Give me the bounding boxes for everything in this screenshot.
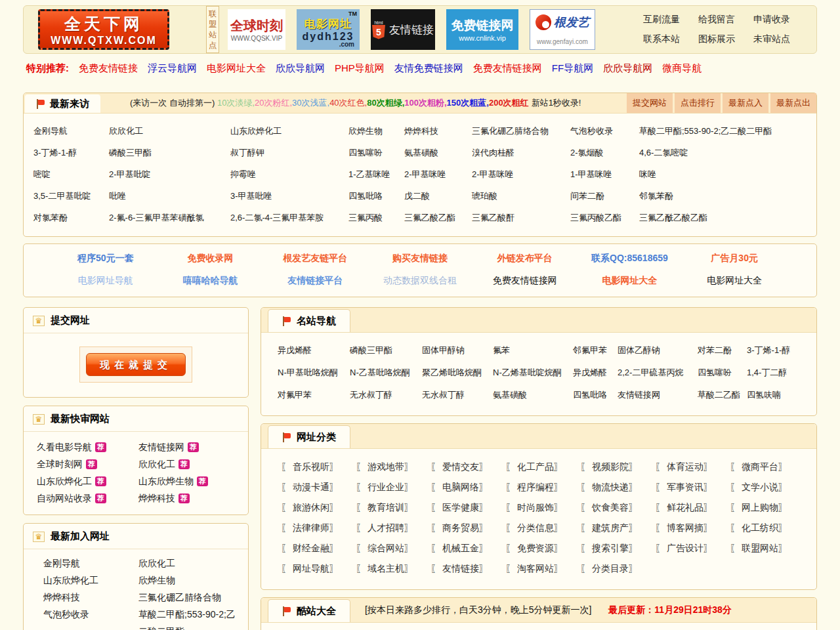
visitor-link[interactable]: 三氟丙酸 — [348, 212, 404, 224]
site-link[interactable]: 2,2-二甲硫基丙烷 — [618, 367, 698, 379]
ad-link[interactable]: 电影网址大全 — [578, 275, 682, 287]
site-link[interactable]: 气泡秒收录 — [43, 606, 138, 630]
ad-link[interactable]: 免费收录网 — [158, 253, 263, 264]
category-link[interactable]: 〖 人才招聘〗 — [356, 518, 430, 538]
category-link[interactable]: 〖 网上购物〗 — [730, 497, 805, 518]
site-link[interactable]: 氟苯 — [493, 345, 573, 356]
site-link[interactable]: 草酸二乙酯 — [698, 389, 747, 401]
visitor-link[interactable]: 氨基磺酸 — [404, 147, 472, 159]
recommend-link[interactable]: 欣欣导航网 — [603, 62, 652, 75]
nav-traffic-exchange[interactable]: 互刷流量 — [643, 14, 680, 26]
category-link[interactable]: 〖 鲜花礼品〗 — [655, 497, 730, 518]
category-link[interactable]: 〖 旅游休闲〗 — [281, 497, 356, 518]
recommend-link[interactable]: 微商导航 — [662, 62, 702, 75]
site-link[interactable]: 草酸二甲酯;553-90-2;乙二酸二甲酯 — [138, 606, 243, 630]
click-ranking-button[interactable]: 点击排行 — [675, 93, 721, 113]
site-link[interactable]: 友情链接网 — [138, 442, 184, 452]
ad-link[interactable]: 根发艺友链平台 — [262, 253, 368, 264]
nav-contact-site[interactable]: 联系本站 — [643, 33, 680, 45]
visitor-link[interactable]: 四氢噻吩 — [348, 147, 404, 159]
ad-link[interactable]: 购买友情链接 — [368, 253, 472, 264]
banner-html5[interactable]: html 5 友情链接 — [371, 9, 435, 50]
site-link[interactable]: N-乙烯基吡啶烷酮 — [493, 367, 573, 379]
visitor-link[interactable]: 2-氯烟酸 — [570, 147, 639, 159]
banner-qqsk[interactable]: 全球时刻 WWW.QQSK.VIP — [228, 9, 285, 50]
visitor-link[interactable]: 间苯二酚 — [570, 190, 639, 202]
site-link[interactable]: 磷酸三甲酯 — [350, 345, 422, 356]
visitor-link[interactable]: 3-丁烯-1-醇 — [33, 147, 109, 159]
site-link[interactable]: 聚乙烯吡咯烷酮 — [422, 367, 493, 379]
category-link[interactable]: 〖 网址导航〗 — [281, 558, 356, 579]
category-link[interactable]: 〖 法律律师〗 — [281, 518, 356, 538]
site-link[interactable]: 山东欣烨化工 — [43, 572, 138, 589]
visitor-link[interactable]: 2-甲基咪唑 — [472, 169, 570, 180]
category-link[interactable]: 〖 行业企业〗 — [356, 477, 430, 497]
category-link[interactable]: 〖 淘客网站〗 — [505, 558, 580, 579]
category-link[interactable]: 〖 体育运动〗 — [655, 457, 730, 477]
ad-link[interactable]: 程序50元一套 — [53, 253, 158, 264]
visitor-link[interactable]: 戊二酸 — [404, 190, 472, 202]
site-link[interactable]: 1,4-丁二醇 — [747, 367, 816, 379]
ad-link[interactable]: 电影网址导航 — [53, 275, 158, 287]
site-link[interactable]: 异戊烯醛 — [573, 367, 618, 379]
recommend-link[interactable]: FF导航网 — [552, 62, 593, 75]
visitor-link[interactable]: 对氯苯酚 — [33, 212, 109, 224]
site-link[interactable]: 对氟甲苯 — [278, 389, 350, 401]
recommend-link[interactable]: 友情免费链接网 — [394, 62, 463, 75]
category-link[interactable]: 〖 建筑房产〗 — [580, 518, 655, 538]
visitor-link[interactable]: 咪唑 — [639, 169, 816, 180]
category-link[interactable]: 〖 联盟网站〗 — [730, 538, 805, 558]
banner-genfayi[interactable]: 根发艺 www.genfayi.com — [530, 9, 595, 50]
visitor-link[interactable]: 烨烨科技 — [404, 125, 472, 137]
visitor-link[interactable]: 琥珀酸 — [472, 190, 570, 202]
visitor-link[interactable]: 邻氯苯酚 — [639, 190, 816, 202]
visitor-link[interactable]: 叔丁醇钾 — [230, 147, 348, 159]
category-link[interactable]: 〖 军事资讯〗 — [655, 477, 730, 497]
ad-link[interactable]: 免费友情链接网 — [472, 275, 578, 287]
visitor-link[interactable]: 2-甲基咪唑 — [404, 169, 472, 180]
site-link[interactable]: 山东欣烨化工 — [37, 476, 92, 486]
category-link[interactable]: 〖 文学小说〗 — [730, 477, 805, 497]
visitor-link[interactable]: 四氢吡咯 — [348, 190, 404, 202]
site-link[interactable]: 自动网站收录 — [37, 493, 92, 503]
category-link[interactable]: 〖 免费资源〗 — [505, 538, 580, 558]
site-link[interactable]: 异戊烯醛 — [278, 345, 350, 356]
category-link[interactable]: 〖 微商平台〗 — [730, 457, 805, 477]
site-link[interactable]: 四氢呋喃 — [747, 389, 816, 401]
site-link[interactable]: 无水叔丁醇 — [422, 389, 493, 401]
category-link[interactable]: 〖 博客网摘〗 — [655, 518, 730, 538]
site-link[interactable]: 烨烨科技 — [43, 589, 138, 606]
recommend-link[interactable]: 欣欣导航网 — [276, 62, 325, 75]
category-link[interactable]: 〖 程序编程〗 — [505, 477, 580, 497]
site-link[interactable]: 友情链接网 — [618, 389, 698, 401]
site-link[interactable]: 氨基磺酸 — [493, 389, 573, 401]
category-link[interactable]: 〖 商务贸易〗 — [430, 518, 505, 538]
recommend-link[interactable]: 免费友情链接 — [79, 62, 138, 75]
category-link[interactable]: 〖 化工纺织〗 — [730, 518, 805, 538]
visitor-link[interactable]: 2,6-二氯-4-三氟甲基苯胺 — [230, 212, 348, 224]
site-logo[interactable]: 全天下网 WWW.QTXW.COM — [38, 9, 169, 50]
category-link[interactable]: 〖 视频影院〗 — [580, 457, 655, 477]
site-link[interactable]: 无水叔丁醇 — [350, 389, 422, 401]
nav-unreviewed-sites[interactable]: 未审站点 — [753, 33, 790, 45]
site-link[interactable]: N-乙基吡咯烷酮 — [350, 367, 422, 379]
visitor-link[interactable]: 金刚导航 — [33, 125, 109, 137]
alliance-sites-label[interactable]: 联盟站点 — [206, 6, 219, 53]
visitor-link[interactable]: 欣欣化工 — [109, 125, 230, 137]
ad-link[interactable]: 动态数据双线合租 — [368, 275, 472, 287]
ad-link[interactable]: 电影网址大全 — [682, 275, 787, 287]
site-link[interactable]: 固体甲醇钠 — [422, 345, 493, 356]
category-link[interactable]: 〖 综合网站〗 — [356, 538, 430, 558]
site-link[interactable]: 烨烨科技 — [138, 493, 175, 503]
site-link[interactable]: 山东欣烨生物 — [138, 476, 194, 486]
visitor-link[interactable]: 抑霉唑 — [230, 169, 348, 180]
recommend-link[interactable]: 浮云导航网 — [148, 62, 197, 75]
visitor-link[interactable]: 三氟乙酸乙酯 — [404, 212, 472, 224]
category-link[interactable]: 〖 广告设计〗 — [655, 538, 730, 558]
ad-link[interactable]: 广告月30元 — [682, 253, 787, 264]
latest-in-button[interactable]: 最新点入 — [723, 93, 768, 113]
nav-leave-message[interactable]: 给我留言 — [698, 14, 735, 26]
category-link[interactable]: 〖 物流快递〗 — [580, 477, 655, 497]
recommend-link[interactable]: PHP导航网 — [335, 62, 385, 75]
visitor-link[interactable]: 2-氟-6-三氟甲基苯磺酰氯 — [109, 212, 230, 224]
